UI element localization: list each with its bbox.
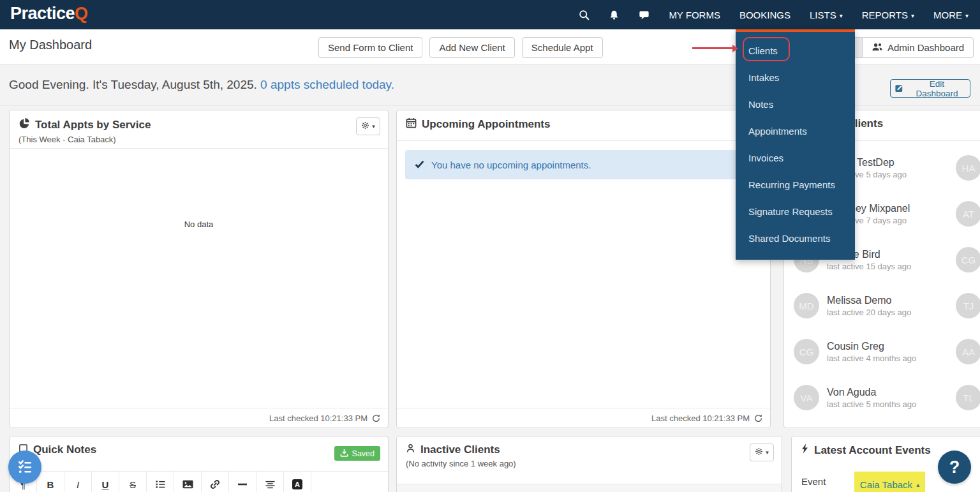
last-checked-text: Last checked 10:21:33 PM xyxy=(269,414,368,423)
client-name[interactable]: Von Aguda xyxy=(827,387,916,398)
no-appointments-alert: You have no upcoming appointments. xyxy=(405,150,762,179)
client-list-item[interactable]: MDMelissa Demolast active 20 days agoTJ xyxy=(784,283,980,329)
avatar: MD xyxy=(794,293,819,318)
page-title: My Dashboard xyxy=(9,38,92,52)
toolbar-horizontal-rule-button[interactable] xyxy=(229,472,256,492)
avatar: TJ xyxy=(956,293,980,318)
help-floating-button[interactable]: ? xyxy=(938,451,971,484)
greeting-text: Good Evening. It's Tuesday, August 5th, … xyxy=(9,78,394,92)
toolbar-text-style-button[interactable]: A xyxy=(284,472,311,492)
menu-item-signature-requests[interactable]: Signature Requests xyxy=(736,198,855,225)
chat-icon[interactable] xyxy=(639,10,650,20)
client-last-active: last active 5 months ago xyxy=(827,399,916,409)
lists-dropdown-menu: ClientsIntakesNotesAppointmentsInvoicesR… xyxy=(736,29,855,260)
admin-dashboard-button[interactable]: Admin Dashboard xyxy=(862,37,974,58)
refresh-icon[interactable] xyxy=(754,414,762,422)
nav-item-bookings[interactable]: BOOKINGS xyxy=(739,10,791,20)
card-subtitle: (No activity since 1 week ago) xyxy=(406,459,773,468)
client-list-item[interactable]: CGCousin Greglast active 4 months agoAA xyxy=(784,329,980,375)
card-title-text: Latest Account Events xyxy=(814,444,931,457)
toolbar-align-center-button[interactable] xyxy=(256,472,284,492)
tasks-floating-button[interactable] xyxy=(8,451,41,484)
client-last-active: last active 15 days ago xyxy=(827,262,911,271)
card-title-text: Total Appts by Service xyxy=(35,119,151,131)
chevron-down-icon: ▾ xyxy=(372,123,375,130)
toolbar-image-button[interactable] xyxy=(174,472,202,492)
bell-icon[interactable] xyxy=(609,10,620,20)
last-checked-text: Last checked 10:21:33 PM xyxy=(651,414,750,423)
add-new-client-button[interactable]: Add New Client xyxy=(429,37,514,58)
card-settings-button[interactable]: ▾ xyxy=(750,444,774,461)
menu-item-shared-documents[interactable]: Shared Documents xyxy=(736,225,855,252)
admin-dashboard-label: Admin Dashboard xyxy=(887,42,964,53)
avatar: VA xyxy=(794,385,819,410)
toolbar-unordered-list-button[interactable] xyxy=(147,472,174,492)
toolbar-italic-button[interactable]: I xyxy=(64,472,92,492)
nav-item-reports[interactable]: REPORTS▾ xyxy=(862,10,914,20)
search-icon[interactable] xyxy=(579,10,590,20)
card-quick-notes: Quick Notes Saved ¶BIUSA xyxy=(9,436,389,492)
top-navbar: PracticeQ MY FORMSBOOKINGSLISTS▾REPORTS▾… xyxy=(0,0,980,29)
nav-item-my-forms[interactable]: MY FORMS xyxy=(669,10,720,20)
chevron-down-icon: ▾ xyxy=(840,12,843,19)
client-list-item[interactable]: VAVon Agudalast active 5 months agoTL xyxy=(784,375,980,421)
client-name[interactable]: Cousin Greg xyxy=(827,341,916,352)
client-last-active: last active 20 days ago xyxy=(827,308,911,317)
users-icon xyxy=(872,42,882,54)
client-last-active: last active 4 months ago xyxy=(827,354,916,363)
calendar-icon xyxy=(406,117,417,131)
send-form-to-client-button[interactable]: Send Form to Client xyxy=(318,37,422,58)
schedule-appt-button[interactable]: Schedule Appt xyxy=(522,37,603,58)
refresh-icon[interactable] xyxy=(372,414,380,422)
user-filter-dropdown[interactable]: Caia Taback ▴ xyxy=(854,472,925,492)
client-name[interactable]: Melissa Demo xyxy=(827,295,911,306)
header-actions: Send Form to ClientAdd New ClientSchedul… xyxy=(318,37,603,58)
toolbar-bold-button[interactable]: B xyxy=(37,472,64,492)
table-header-strip xyxy=(397,484,782,492)
chevron-down-icon: ▾ xyxy=(911,12,914,19)
card-subtitle: (This Week - Caia Taback) xyxy=(19,135,379,144)
menu-item-notes[interactable]: Notes xyxy=(736,91,855,118)
edit-dashboard-label: Edit Dashboard xyxy=(908,79,966,98)
check-icon xyxy=(415,160,424,170)
toolbar-link-button[interactable] xyxy=(202,472,229,492)
brand-text: Practice xyxy=(10,4,75,23)
card-title: Total Appts by Service xyxy=(19,117,379,132)
nav-item-lists[interactable]: LISTS▾ xyxy=(810,10,843,20)
chart-empty-text: No data xyxy=(10,220,388,229)
gear-icon xyxy=(755,447,763,458)
card-total-appts-by-service: Total Appts by Service (This Week - Caia… xyxy=(9,110,389,428)
brand-logo[interactable]: PracticeQ xyxy=(10,4,88,24)
edit-dashboard-button[interactable]: Edit Dashboard xyxy=(890,79,970,98)
card-footer: Last checked 10:21:33 PM xyxy=(397,408,770,428)
menu-item-invoices[interactable]: Invoices xyxy=(736,145,855,172)
card-title-text: Upcoming Appointments xyxy=(422,118,550,131)
menu-item-appointments[interactable]: Appointments xyxy=(736,118,855,145)
card-footer: Last checked 10:21:33 PM xyxy=(10,408,388,428)
nav-item-more[interactable]: MORE▾ xyxy=(933,10,969,20)
card-settings-button[interactable]: ▾ xyxy=(356,117,380,135)
chevron-down-icon: ▾ xyxy=(965,12,969,19)
saved-status-badge: Saved xyxy=(334,446,380,461)
rich-text-toolbar: ¶BIUSA xyxy=(10,472,388,492)
client-text: Von Agudalast active 5 months ago xyxy=(827,387,916,409)
client-text: Cousin Greglast active 4 months ago xyxy=(827,341,916,363)
card-header: Upcoming Appointments xyxy=(397,110,770,141)
avatar: TL xyxy=(956,385,980,410)
avatar: AA xyxy=(956,339,980,364)
menu-item-recurring-payments[interactable]: Recurring Payments xyxy=(736,172,855,198)
appts-today-link[interactable]: 0 appts scheduled today. xyxy=(260,78,394,91)
card-title: Quick Notes xyxy=(19,444,379,456)
card-title-text: Quick Notes xyxy=(33,444,96,456)
annotation-arrow xyxy=(692,47,733,49)
card-header: Quick Notes Saved xyxy=(10,436,388,472)
menu-item-intakes[interactable]: Intakes xyxy=(736,64,855,91)
toolbar-strikethrough-button[interactable]: S xyxy=(119,472,147,492)
pencil-square-icon xyxy=(895,83,904,94)
brand-accent: Q xyxy=(75,4,88,23)
gear-icon xyxy=(361,121,369,131)
client-text: Melissa Demolast active 20 days ago xyxy=(827,295,911,317)
toolbar-underline-button[interactable]: U xyxy=(92,472,119,492)
saved-label: Saved xyxy=(352,449,375,458)
card-title: Upcoming Appointments xyxy=(406,117,761,131)
